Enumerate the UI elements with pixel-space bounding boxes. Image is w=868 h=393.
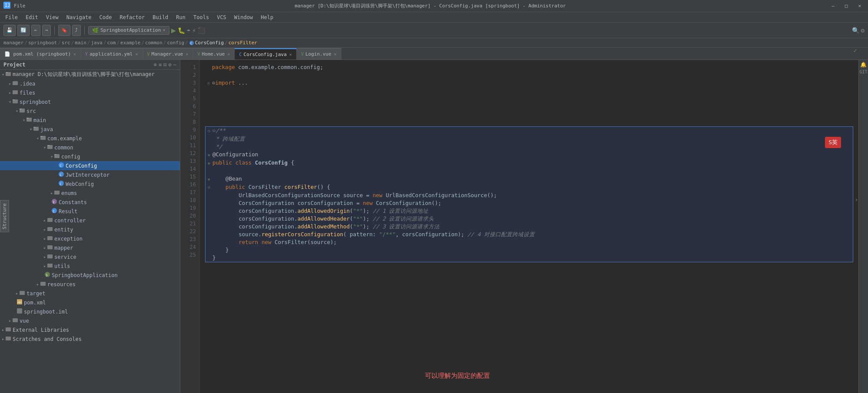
tab-close[interactable]: ✕ [186,52,188,56]
tree-item-entity[interactable]: ▸entity [0,225,180,234]
menu-item-refactor[interactable]: Refactor [116,13,148,21]
tree-item-target[interactable]: ▸target [0,289,180,298]
tree-item-comexample[interactable]: ▾com.example [0,134,180,143]
tree-item-idea[interactable]: ▸.idea [0,79,180,88]
tree-item-service[interactable]: ▸service [0,252,180,261]
tree-item-vue[interactable]: ▸vue [0,316,180,325]
tree-item-exception[interactable]: ▸exception [0,234,180,243]
tree-item-result[interactable]: CResult [0,207,180,216]
tree-item-corsconfig[interactable]: CCorsConfig [0,161,180,170]
minimize-button[interactable]: — [828,2,838,10]
tree-item-utils[interactable]: ▸utils [0,261,180,271]
navigate-button[interactable]: ⤴ [72,25,81,36]
tree-item-enums[interactable]: ▸enums [0,188,180,198]
menu-item-view[interactable]: View [43,13,62,21]
tab-pomxmlspringboot[interactable]: 📄 pom.xml (springboot) ✕ [0,48,81,59]
run-config-selector[interactable]: 🌿 SpringbootApplication ▾ [88,26,169,35]
breadcrumb-common[interactable]: common [145,40,162,46]
settings-button[interactable]: ⚙ [861,27,865,34]
breadcrumb-corsconfig[interactable]: CCorsConfig [189,40,224,46]
tree-item-externallibraries[interactable]: ▸External Libraries [0,325,180,334]
breadcrumb-com[interactable]: com [107,40,116,46]
tree-label: src [27,108,36,114]
tab-close[interactable]: ✕ [334,52,337,56]
tree-item-springbootapplication[interactable]: SSpringbootApplication [0,271,180,280]
tree-item-java[interactable]: ▾java [0,125,180,134]
tab-close[interactable]: ✕ [73,52,76,56]
tree-item-jwtinterceptor[interactable]: CJwtInterceptor [0,170,180,179]
tree-item-pomxml[interactable]: xmlpom.xml [0,298,180,307]
close-button[interactable]: ✕ [855,2,865,10]
tree-item-resources[interactable]: ▸resources [0,280,180,289]
tab-loginvue[interactable]: V Login.vue ✕ [297,48,341,59]
sync-button[interactable]: 🔄 [17,25,30,36]
debug-button[interactable]: 🐛 [178,27,185,34]
tree-item-springboot[interactable]: ▾springboot [0,97,180,106]
collapse-arrow[interactable]: › [855,197,858,203]
back-button[interactable]: ← [31,25,40,36]
breadcrumb-corsfilter[interactable]: corsFilter [229,40,257,46]
tree-item-files[interactable]: ▸files [0,88,180,97]
tree-item-scratchesandconsoles[interactable]: ▸Scratches and Consoles [0,334,180,343]
menu-item-file[interactable]: File [2,13,21,21]
breadcrumb-src[interactable]: src [62,40,70,46]
forward-button[interactable]: → [42,25,51,36]
structure-tab[interactable]: Structure [0,200,9,232]
tab-corsconfigjava[interactable]: C CorsConfig.java ✕ [235,48,296,59]
stop-button[interactable]: ⬛ [198,27,205,34]
tree-item-webconfig[interactable]: CWebConfig [0,179,180,188]
fold-gutter[interactable]: ⊖ [205,183,212,192]
tab-close[interactable]: ✕ [227,52,230,56]
menu-item-help[interactable]: Help [257,13,277,21]
tree-item-constants[interactable]: IConstants [0,198,180,207]
tab-close[interactable]: ✕ [289,52,292,57]
menu-file[interactable]: File [14,3,26,9]
search-everywhere-button[interactable]: 🔍 [852,27,859,34]
tree-label: vue [20,318,29,324]
code-line: ⊖ public CorsFilter corsFilter() { [205,183,853,192]
coverage-button[interactable]: ☂ [187,27,190,34]
menu-item-tools[interactable]: Tools [190,13,212,21]
menu-item-build[interactable]: Build [149,13,172,21]
breadcrumb-main[interactable]: main [75,40,86,46]
breadcrumb-springboot[interactable]: springboot [28,40,57,46]
tab-managervue[interactable]: V Manager.vue ✕ [143,48,193,59]
menu-item-run[interactable]: Run [172,13,189,21]
tree-item-config[interactable]: ▾config [0,152,180,161]
tree-item-managerdmanager[interactable]: ▾manager D:\知识星球\项目训练营\脚手架\打包\manager [0,70,180,79]
maximize-button[interactable]: □ [841,2,851,10]
code-area[interactable]: package com.example.common.config;⊖⊖impo… [200,60,858,393]
breadcrumb-java[interactable]: java [91,40,103,46]
tab-applicationyml[interactable]: Y application.yml ✕ [81,48,142,59]
right-icon-git[interactable]: GIT [859,69,867,74]
bookmark-button[interactable]: 🔖 [58,25,70,36]
menu-item-navigate[interactable]: Navigate [63,13,95,21]
menu-item-window[interactable]: Window [231,13,256,21]
breadcrumb-config[interactable]: config [167,40,184,46]
menu-item-edit[interactable]: Edit [22,13,42,21]
menu-item-vcs[interactable]: VCS [213,13,230,21]
tab-close[interactable]: ✕ [135,52,138,56]
sidebar-icon-scope[interactable]: ⊕ [154,62,157,68]
sidebar-icon-hide[interactable]: — [173,62,176,68]
breadcrumb-manager[interactable]: manager [3,40,23,46]
run-button[interactable]: ▶ [171,26,176,35]
tree-item-common[interactable]: ▾common [0,143,180,152]
fold-gutter[interactable]: ⊖ [205,127,212,135]
right-icon-notifications[interactable]: 🔔 [860,62,867,68]
tree-item-springbootiml[interactable]: springboot.iml [0,307,180,316]
tree-item-mapper[interactable]: ▸mapper [0,243,180,252]
ime-indicator[interactable]: S英 [825,137,841,148]
menu-item-code[interactable]: Code [96,13,116,21]
tree-item-controller[interactable]: ▸controller [0,216,180,225]
profile-button[interactable]: ⚡ [192,27,195,34]
tree-item-src[interactable]: ▾src [0,106,180,116]
sidebar-icon-collapse[interactable]: ⊟ [163,62,166,68]
sidebar-icon-settings[interactable]: ⚙ [169,62,172,68]
tab-homevue[interactable]: V Home.vue ✕ [193,48,235,59]
breadcrumb-example[interactable]: example [120,40,140,46]
fold-gutter[interactable]: ⊖ [205,79,212,87]
tree-item-main[interactable]: ▾main [0,116,180,125]
save-button[interactable]: 💾 [3,25,16,36]
sidebar-icon-expand[interactable]: ≡ [159,62,162,68]
